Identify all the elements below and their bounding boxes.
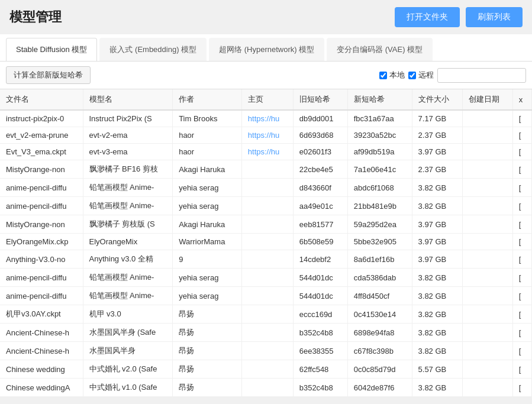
cell-newhash: 4ff8d450cf — [347, 287, 412, 305]
cell-filename: anime-pencil-diffu — [0, 197, 83, 215]
cell-date — [462, 397, 512, 397]
tab-embedding[interactable]: 嵌入式 (Embedding) 模型 — [99, 38, 207, 61]
cell-homepage — [241, 197, 293, 215]
table-row: MistyOrange-non 飘渺橘子 剪枝版 (S Akagi Haruka… — [0, 215, 532, 234]
cell-newhash: 8a6d1ef16b — [347, 250, 412, 269]
remote-checkbox[interactable] — [408, 72, 416, 79]
homepage-link[interactable]: https://hu — [248, 114, 279, 123]
cell-newhash: 9376a2a39f — [347, 397, 412, 397]
tab-vae[interactable]: 变分自编码器 (VAE) 模型 — [327, 38, 433, 61]
cell-action[interactable]: [ — [512, 144, 531, 160]
cell-action[interactable]: [ — [512, 127, 531, 144]
calc-hash-button[interactable]: 计算全部新版短哈希 — [6, 66, 91, 84]
cell-action[interactable]: [ — [512, 379, 531, 397]
cell-date — [462, 324, 512, 342]
homepage-link[interactable]: https://hu — [248, 147, 279, 156]
cell-newhash: 21bb481e9b — [347, 197, 412, 215]
cell-oldhash: eccc169d — [293, 305, 347, 324]
cell-author: 昂扬 — [173, 342, 242, 360]
refresh-list-button[interactable]: 刷新列表 — [466, 7, 523, 27]
cell-author: 昂扬 — [173, 324, 242, 342]
cell-newhash: 7a1e06e41c — [347, 160, 412, 179]
cell-action[interactable]: [ — [512, 342, 531, 360]
cell-author: yehia serag — [173, 287, 242, 305]
cell-action[interactable]: [ — [512, 305, 531, 324]
cell-homepage — [241, 234, 293, 250]
cell-modelname: 飘渺橘子 剪枝版 (S — [83, 215, 173, 234]
cell-author: 昂扬 — [173, 379, 242, 397]
cell-oldhash: b352c4b8 — [293, 379, 347, 397]
cell-newhash: 6042de87f6 — [347, 379, 412, 397]
cell-newhash: c67f8c398b — [347, 342, 412, 360]
table-row: ElyOrangeMix.ckp ElyOrangeMix WarriorMam… — [0, 234, 532, 250]
tab-stable-diffusion[interactable]: Stable Diffusion 模型 — [6, 38, 97, 61]
cell-modelname: 铅笔画模型 Anime- — [83, 197, 173, 215]
cell-date — [462, 197, 512, 215]
cell-modelname: Anything v3.0 全精 — [83, 250, 173, 269]
homepage-link[interactable]: https://hu — [248, 131, 279, 140]
cell-action[interactable]: [ — [512, 269, 531, 287]
cell-filename: Ancient-Chinese-h — [0, 342, 83, 360]
open-folder-button[interactable]: 打开文件夹 — [395, 7, 460, 27]
table-row: anime-pencil-diffu 铅笔画模型 Anime- yehia se… — [0, 287, 532, 305]
cell-oldhash: 6ee38355 — [293, 342, 347, 360]
cell-date — [462, 250, 512, 269]
cell-filename: ElyOrangeMix.ckp — [0, 234, 83, 250]
cell-modelname: 飘渺橘子 BF16 剪枝 — [83, 160, 173, 179]
table-row: instruct-pix2pix-0 Instruct Pix2Pix (S T… — [0, 110, 532, 127]
cell-homepage — [241, 215, 293, 234]
local-checkbox[interactable] — [379, 72, 387, 79]
cell-homepage — [241, 250, 293, 269]
cell-modelname: 机甲 v3.0 — [83, 305, 173, 324]
cell-oldhash: db9dd001 — [293, 110, 347, 127]
cell-size: 5.57 GB — [412, 397, 462, 397]
cell-action[interactable]: [ — [512, 160, 531, 179]
cell-action[interactable]: [ — [512, 197, 531, 215]
cell-action[interactable]: [ — [512, 234, 531, 250]
cell-author: Akagi Haruka — [173, 215, 242, 234]
cell-author: 昂扬 — [173, 305, 242, 324]
col-header-action: x — [512, 89, 531, 110]
cell-modelname: Instruct Pix2Pix (S — [83, 110, 173, 127]
cell-newhash: 0c0c85d79d — [347, 360, 412, 379]
cell-oldhash: b352c4b8 — [293, 324, 347, 342]
cell-newhash: 6898e94fa8 — [347, 324, 412, 342]
cell-size: 3.82 GB — [412, 324, 462, 342]
cell-filename: Evt_V3_ema.ckpt — [0, 144, 83, 160]
cell-action[interactable]: [ — [512, 287, 531, 305]
cell-homepage — [241, 160, 293, 179]
col-header-date: 创建日期 — [462, 89, 512, 110]
cell-homepage — [241, 324, 293, 342]
cell-size: 3.82 GB — [412, 197, 462, 215]
tab-hypernetwork[interactable]: 超网络 (Hypernetwork) 模型 — [209, 38, 324, 61]
col-header-filename: 文件名 — [0, 89, 83, 110]
cell-homepage — [241, 179, 293, 197]
cell-oldhash: 544d01dc — [293, 269, 347, 287]
tabs-container: Stable Diffusion 模型 嵌入式 (Embedding) 模型 超… — [0, 34, 532, 62]
search-input[interactable] — [437, 68, 526, 83]
cell-action[interactable]: [ — [512, 179, 531, 197]
table-row: anime-pencil-diffu 铅笔画模型 Anime- yehia se… — [0, 197, 532, 215]
header: 模型管理 打开文件夹 刷新列表 Stable Diffusion 模型 嵌入式 … — [0, 0, 532, 89]
cell-filename: evt_v2-ema-prune — [0, 127, 83, 144]
cell-size: 5.57 GB — [412, 360, 462, 379]
cell-action[interactable]: [ — [512, 250, 531, 269]
cell-newhash: 5bbe32e905 — [347, 234, 412, 250]
filter-checkboxes: 本地 远程 — [379, 68, 526, 83]
cell-size: 2.37 GB — [412, 127, 462, 144]
cell-action[interactable]: [ — [512, 215, 531, 234]
cell-size: 3.82 GB — [412, 305, 462, 324]
cell-size: 3.97 GB — [412, 250, 462, 269]
cell-filename: anime-pencil-diffu — [0, 269, 83, 287]
cell-action[interactable]: [ — [512, 110, 531, 127]
table-row: Chinese wedding 中式婚礼 v2.0 (Safe 昂扬 62ffc… — [0, 360, 532, 379]
cell-date — [462, 269, 512, 287]
col-header-modelname: 模型名 — [83, 89, 173, 110]
cell-size: 2.37 GB — [412, 160, 462, 179]
cell-action[interactable]: [ — [512, 360, 531, 379]
cell-homepage — [241, 360, 293, 379]
table-row: Chinese weddingA 中式婚礼 v1.0 (Safe 昂扬 b352… — [0, 379, 532, 397]
model-table: 文件名 模型名 作者 主页 旧短哈希 新短哈希 文件大小 创建日期 x inst… — [0, 89, 532, 397]
cell-action[interactable]: [ — [512, 324, 531, 342]
cell-action[interactable]: [ — [512, 397, 531, 397]
